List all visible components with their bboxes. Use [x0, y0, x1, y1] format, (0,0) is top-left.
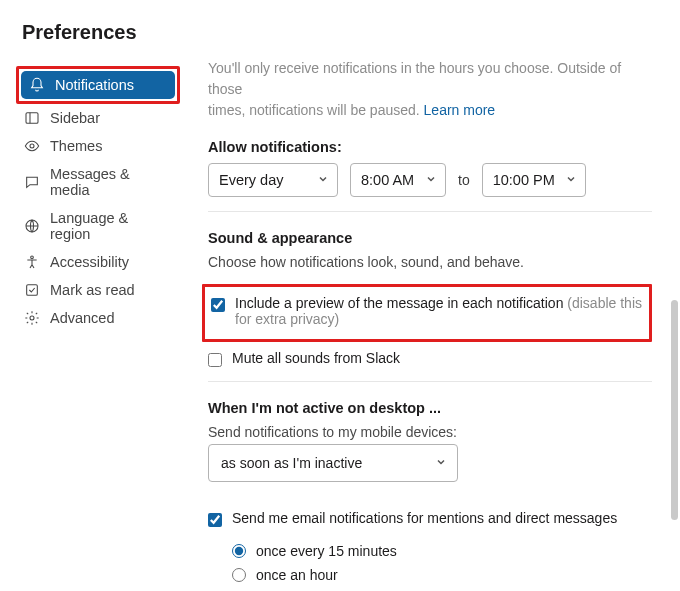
chevron-down-icon — [435, 455, 447, 471]
scrollbar-thumb[interactable] — [671, 300, 678, 520]
day-select-value: Every day — [219, 172, 283, 188]
inactive-sub: Send notifications to my mobile devices: — [208, 424, 652, 440]
close-icon[interactable] — [650, 18, 658, 46]
preview-checkbox[interactable] — [211, 298, 225, 312]
mute-checkbox[interactable] — [208, 353, 222, 367]
mobile-timing-select[interactable]: as soon as I'm inactive — [208, 444, 458, 482]
inactive-heading: When I'm not active on desktop ... — [208, 400, 652, 416]
email-freq-hour-label: once an hour — [256, 567, 338, 583]
email-label: Send me email notifications for mentions… — [232, 510, 617, 526]
sidebar-item-themes[interactable]: Themes — [16, 132, 180, 160]
to-label: to — [458, 172, 470, 188]
email-freq-15-radio[interactable] — [232, 544, 246, 558]
sidebar-item-label: Language & region — [50, 210, 172, 242]
sound-sub: Choose how notifications look, sound, an… — [208, 254, 652, 270]
email-freq-hour-radio[interactable] — [232, 568, 246, 582]
mute-label: Mute all sounds from Slack — [232, 350, 400, 366]
sound-heading: Sound & appearance — [208, 230, 652, 246]
allow-heading: Allow notifications: — [208, 139, 652, 155]
sidebar: Notifications Sidebar Themes Messages & … — [0, 56, 190, 591]
email-freq-15-row[interactable]: once every 15 minutes — [232, 539, 652, 563]
sidebar-item-language[interactable]: Language & region — [16, 204, 180, 248]
globe-icon — [24, 218, 40, 234]
accessibility-icon — [24, 254, 40, 270]
sidebar-item-notifications[interactable]: Notifications — [21, 71, 175, 99]
sidebar-item-label: Notifications — [55, 77, 134, 93]
schedule-hint: You'll only receive notifications in the… — [208, 58, 652, 121]
layout-icon — [24, 110, 40, 126]
check-icon — [24, 282, 40, 298]
eye-icon — [24, 138, 40, 154]
bell-icon — [29, 77, 45, 93]
chevron-down-icon — [317, 172, 329, 188]
sidebar-item-label: Sidebar — [50, 110, 100, 126]
day-select[interactable]: Every day — [208, 163, 338, 197]
gear-icon — [24, 310, 40, 326]
mute-checkbox-row[interactable]: Mute all sounds from Slack — [208, 348, 652, 369]
preview-label: Include a preview of the message in each… — [235, 295, 643, 327]
sidebar-item-messages[interactable]: Messages & media — [16, 160, 180, 204]
sidebar-item-advanced[interactable]: Advanced — [16, 304, 180, 332]
sidebar-item-label: Themes — [50, 138, 102, 154]
chevron-down-icon — [565, 172, 577, 188]
page-title: Preferences — [22, 21, 137, 44]
divider — [208, 381, 652, 382]
message-icon — [24, 174, 40, 190]
start-time-value: 8:00 AM — [361, 172, 414, 188]
sidebar-item-label: Accessibility — [50, 254, 129, 270]
svg-rect-0 — [26, 113, 38, 124]
sidebar-item-label: Advanced — [50, 310, 115, 326]
email-checkbox-row[interactable]: Send me email notifications for mentions… — [208, 508, 652, 529]
end-time-value: 10:00 PM — [493, 172, 555, 188]
sidebar-item-label: Mark as read — [50, 282, 135, 298]
main-panel: You'll only receive notifications in the… — [190, 56, 680, 591]
svg-point-1 — [30, 144, 34, 148]
end-time-select[interactable]: 10:00 PM — [482, 163, 586, 197]
sidebar-item-mark-as-read[interactable]: Mark as read — [16, 276, 180, 304]
sidebar-item-label: Messages & media — [50, 166, 172, 198]
preview-checkbox-row[interactable]: Include a preview of the message in each… — [211, 293, 643, 329]
svg-point-3 — [31, 256, 34, 259]
divider — [208, 211, 652, 212]
svg-point-5 — [30, 316, 34, 320]
mobile-timing-value: as soon as I'm inactive — [221, 455, 362, 471]
svg-rect-4 — [27, 285, 38, 296]
sidebar-item-sidebar[interactable]: Sidebar — [16, 104, 180, 132]
preview-highlight: Include a preview of the message in each… — [202, 284, 652, 342]
email-freq-hour-row[interactable]: once an hour — [232, 563, 652, 587]
learn-more-link[interactable]: Learn more — [424, 102, 496, 118]
start-time-select[interactable]: 8:00 AM — [350, 163, 446, 197]
sidebar-item-accessibility[interactable]: Accessibility — [16, 248, 180, 276]
chevron-down-icon — [425, 172, 437, 188]
email-checkbox[interactable] — [208, 513, 222, 527]
email-freq-15-label: once every 15 minutes — [256, 543, 397, 559]
